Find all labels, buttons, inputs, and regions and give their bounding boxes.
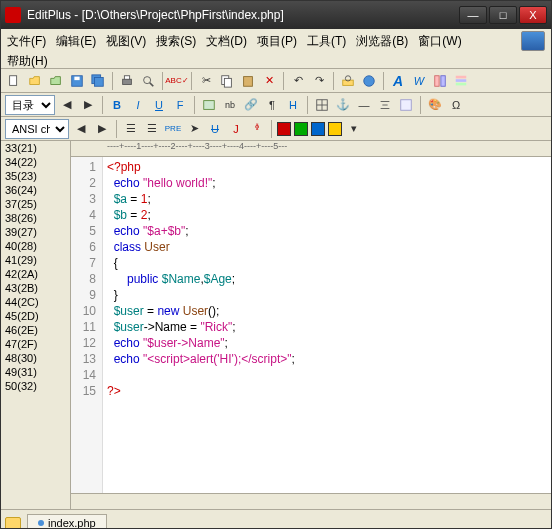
h-scrollbar[interactable]	[71, 493, 551, 509]
column-icon[interactable]	[431, 72, 449, 90]
svg-rect-2	[74, 76, 79, 80]
sidebar-item[interactable]: 36(24)	[1, 183, 70, 197]
new-file-icon[interactable]	[5, 72, 23, 90]
menu-document[interactable]: 文档(D)	[206, 33, 247, 50]
palette-icon[interactable]: 🎨	[426, 96, 444, 114]
print-icon[interactable]	[118, 72, 136, 90]
sidebar-item[interactable]: 49(31)	[1, 365, 70, 379]
find-icon[interactable]	[339, 72, 357, 90]
heading-icon[interactable]: H	[284, 96, 302, 114]
menu-search[interactable]: 搜索(S)	[156, 33, 196, 50]
anchor-icon[interactable]: ⚓	[334, 96, 352, 114]
cut-icon[interactable]: ✂	[197, 72, 215, 90]
list2-icon[interactable]: ☰	[143, 120, 161, 138]
maximize-button[interactable]: □	[489, 6, 517, 24]
menu-tools[interactable]: 工具(T)	[307, 33, 346, 50]
sidebar-item[interactable]: 50(32)	[1, 379, 70, 393]
print-preview-icon[interactable]	[139, 72, 157, 90]
sidebar-item[interactable]: 37(25)	[1, 197, 70, 211]
sidebar-item[interactable]: 40(28)	[1, 239, 70, 253]
copy-icon[interactable]	[218, 72, 236, 90]
font-tool-icon[interactable]: F	[171, 96, 189, 114]
nav-next-icon[interactable]: ▶	[79, 96, 97, 114]
sidebar-item[interactable]: 34(22)	[1, 155, 70, 169]
list-icon[interactable]: ☰	[122, 120, 140, 138]
open-remote-icon[interactable]	[47, 72, 65, 90]
char-map-icon[interactable]: Ω	[447, 96, 465, 114]
paragraph-icon[interactable]: ¶	[263, 96, 281, 114]
image-icon[interactable]	[200, 96, 218, 114]
save-icon[interactable]	[68, 72, 86, 90]
sidebar-item[interactable]: 44(2C)	[1, 295, 70, 309]
sidebar-item[interactable]: 33(21)	[1, 141, 70, 155]
font-icon[interactable]: A	[389, 72, 407, 90]
color-green[interactable]	[294, 122, 308, 136]
hr-icon[interactable]: —	[355, 96, 373, 114]
sidebar-item[interactable]: 45(2D)	[1, 309, 70, 323]
app-logo	[521, 31, 545, 51]
sidebar-item[interactable]: 42(2A)	[1, 267, 70, 281]
sidebar-list[interactable]: 33(21)34(22)35(23)36(24)37(25)38(26)39(2…	[1, 141, 71, 509]
sidebar-item[interactable]: 35(23)	[1, 169, 70, 183]
line-numbers-icon[interactable]	[452, 72, 470, 90]
underline-button[interactable]: U	[150, 96, 168, 114]
folder-icon[interactable]	[5, 517, 21, 529]
browser-icon[interactable]	[360, 72, 378, 90]
color-yellow[interactable]	[328, 122, 342, 136]
script-icon[interactable]: J	[227, 120, 245, 138]
sidebar-item[interactable]: 41(29)	[1, 253, 70, 267]
color-red[interactable]	[277, 122, 291, 136]
paste-icon[interactable]	[239, 72, 257, 90]
object-icon[interactable]: ᶲ	[248, 120, 266, 138]
strike-icon[interactable]: U	[206, 120, 224, 138]
svg-rect-16	[441, 75, 445, 86]
sidebar-item[interactable]: 47(2F)	[1, 337, 70, 351]
form-icon[interactable]	[397, 96, 415, 114]
color-picker-icon[interactable]: ▾	[345, 120, 363, 138]
menu-file[interactable]: 文件(F)	[7, 33, 46, 50]
file-tab-label: index.php	[48, 517, 96, 529]
menu-project[interactable]: 项目(P)	[257, 33, 297, 50]
redo-icon[interactable]: ↷	[310, 72, 328, 90]
italic-button[interactable]: I	[129, 96, 147, 114]
menu-window[interactable]: 窗口(W)	[418, 33, 461, 50]
nav-prev-icon[interactable]: ◀	[58, 96, 76, 114]
center-icon[interactable]	[376, 96, 394, 114]
color-blue[interactable]	[311, 122, 325, 136]
svg-rect-6	[124, 75, 129, 79]
code-editor[interactable]: 123456789101112131415 <?php echo "hello …	[71, 157, 551, 493]
table-icon[interactable]	[313, 96, 331, 114]
save-all-icon[interactable]	[89, 72, 107, 90]
menu-browser[interactable]: 浏览器(B)	[356, 33, 408, 50]
menu-view[interactable]: 视图(V)	[106, 33, 146, 50]
file-tab-index-php[interactable]: index.php	[27, 514, 107, 529]
menu-edit[interactable]: 编辑(E)	[56, 33, 96, 50]
sidebar-item[interactable]: 38(26)	[1, 211, 70, 225]
sidebar-item[interactable]: 46(2E)	[1, 323, 70, 337]
pre-icon[interactable]: PRE	[164, 120, 182, 138]
spell-check-icon[interactable]: ABC✓	[168, 72, 186, 90]
menu-bar: 文件(F) 编辑(E) 视图(V) 搜索(S) 文档(D) 项目(P) 工具(T…	[1, 29, 551, 69]
bold-button[interactable]: B	[108, 96, 126, 114]
code-content[interactable]: <?php echo "hello world!"; $a = 1; $b = …	[103, 157, 551, 493]
minimize-button[interactable]: —	[459, 6, 487, 24]
close-button[interactable]: X	[519, 6, 547, 24]
anchor-link-icon[interactable]: 🔗	[242, 96, 260, 114]
nbsp-icon[interactable]: nb	[221, 96, 239, 114]
nav-back-icon[interactable]: ◀	[72, 120, 90, 138]
undo-icon[interactable]: ↶	[289, 72, 307, 90]
open-file-icon[interactable]	[26, 72, 44, 90]
sidebar-item[interactable]: 43(2B)	[1, 281, 70, 295]
nav-fwd-icon[interactable]: ▶	[93, 120, 111, 138]
sidebar-item[interactable]: 39(27)	[1, 225, 70, 239]
toolbar-extra: ANSI ch ◀ ▶ ☰ ☰ PRE ➤ U J ᶲ ▾	[1, 117, 551, 141]
encoding-select[interactable]: ANSI ch	[5, 119, 69, 139]
sidebar-item[interactable]: 48(30)	[1, 351, 70, 365]
word-wrap-icon[interactable]: W	[410, 72, 428, 90]
directory-select[interactable]: 目录	[5, 95, 55, 115]
file-tab-bar: index.php	[1, 509, 551, 529]
menu-help[interactable]: 帮助(H)	[7, 53, 545, 70]
svg-line-8	[150, 82, 154, 86]
indent-icon[interactable]: ➤	[185, 120, 203, 138]
delete-icon[interactable]: ✕	[260, 72, 278, 90]
